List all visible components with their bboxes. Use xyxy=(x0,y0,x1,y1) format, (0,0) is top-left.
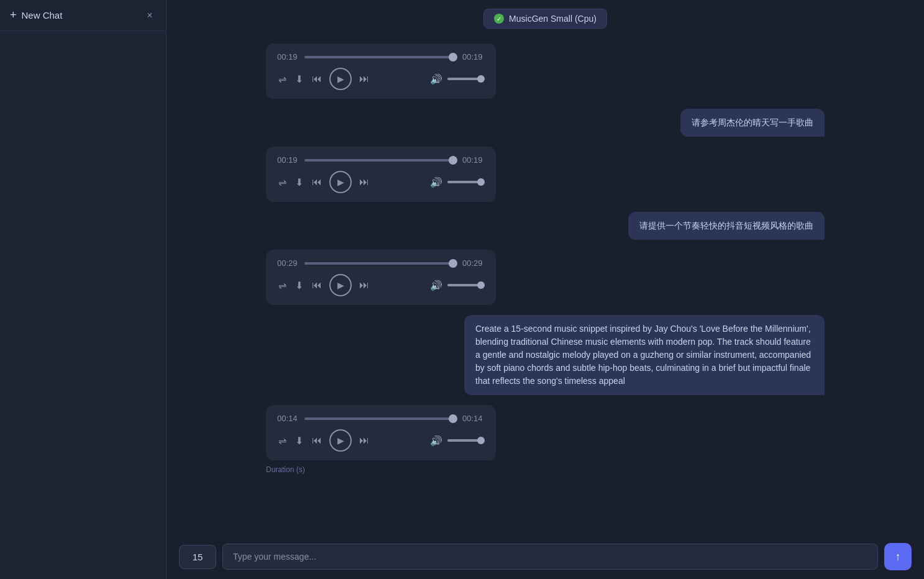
user-message-3: Create a 15-second music snippet inspire… xyxy=(464,315,825,395)
new-chat-text: New Chat xyxy=(22,10,63,21)
timeline-4: 00:14 00:14 xyxy=(277,414,485,423)
end-time-3: 00:29 xyxy=(462,258,485,268)
progress-bar-3[interactable] xyxy=(304,262,457,265)
download-button-3[interactable]: ⬇ xyxy=(294,278,304,293)
forward-button-4[interactable]: ⏭ xyxy=(358,434,370,447)
volume-bar-4[interactable] xyxy=(447,439,485,442)
rewind-button-1[interactable]: ⏮ xyxy=(311,72,323,86)
user-message-text-3: Create a 15-second music snippet inspire… xyxy=(475,324,811,386)
shuffle-button-2[interactable]: ⇌ xyxy=(277,175,288,189)
timeline-1: 00:19 00:19 xyxy=(277,52,485,62)
volume-1: 🔊 xyxy=(429,72,485,86)
volume-icon-2[interactable]: 🔊 xyxy=(429,175,444,189)
model-name: MusicGen Small (Cpu) xyxy=(509,14,597,24)
forward-button-3[interactable]: ⏭ xyxy=(358,278,370,292)
shuffle-button-3[interactable]: ⇌ xyxy=(277,278,288,293)
check-icon: ✓ xyxy=(494,14,504,24)
send-button[interactable]: ↑ xyxy=(884,543,912,570)
sidebar: + New Chat × xyxy=(0,0,167,579)
end-time-2: 00:19 xyxy=(462,155,485,165)
start-time-3: 00:29 xyxy=(277,258,300,268)
audio-player-4: 00:14 00:14 ⇌ ⬇ ⏮ ▶ ⏭ 🔊 xyxy=(266,405,496,460)
progress-bar-1[interactable] xyxy=(304,56,457,58)
forward-button-2[interactable]: ⏭ xyxy=(358,175,370,189)
rewind-button-2[interactable]: ⏮ xyxy=(311,175,323,189)
model-selector[interactable]: ✓ MusicGen Small (Cpu) xyxy=(483,9,607,29)
start-time-2: 00:19 xyxy=(277,155,300,165)
user-message-text-1: 请参考周杰伦的晴天写一手歌曲 xyxy=(692,117,813,127)
close-sidebar-button[interactable]: × xyxy=(144,9,156,22)
user-message-1: 请参考周杰伦的晴天写一手歌曲 xyxy=(680,109,825,137)
progress-bar-4[interactable] xyxy=(304,417,457,420)
play-button-1[interactable]: ▶ xyxy=(329,68,352,90)
end-time-4: 00:14 xyxy=(462,414,485,423)
new-chat-button[interactable]: + New Chat × xyxy=(0,0,166,31)
audio-player-3: 00:29 00:29 ⇌ ⬇ ⏮ ▶ ⏭ 🔊 xyxy=(266,250,496,305)
download-button-2[interactable]: ⬇ xyxy=(294,175,304,189)
rewind-button-4[interactable]: ⏮ xyxy=(311,434,323,447)
new-chat-label: + New Chat xyxy=(10,9,62,22)
volume-3: 🔊 xyxy=(429,278,485,293)
volume-bar-1[interactable] xyxy=(447,78,485,80)
play-button-2[interactable]: ▶ xyxy=(329,171,352,193)
download-button-1[interactable]: ⬇ xyxy=(294,72,304,86)
messages-area: 00:19 00:19 ⇌ ⬇ ⏮ ▶ ⏭ 🔊 xyxy=(167,37,924,537)
download-button-4[interactable]: ⬇ xyxy=(294,434,304,448)
duration-label: Duration (s) xyxy=(266,465,825,475)
volume-icon-1[interactable]: 🔊 xyxy=(429,72,444,86)
play-button-3[interactable]: ▶ xyxy=(329,274,352,296)
start-time-4: 00:14 xyxy=(277,414,300,423)
start-time-1: 00:19 xyxy=(277,52,300,62)
duration-input[interactable]: 15 xyxy=(179,545,216,569)
audio-player-1: 00:19 00:19 ⇌ ⬇ ⏮ ▶ ⏭ 🔊 xyxy=(266,43,496,99)
main-content: ✓ MusicGen Small (Cpu) 00:19 00:19 ⇌ ⬇ ⏮… xyxy=(167,0,924,579)
volume-bar-3[interactable] xyxy=(447,284,485,286)
volume-4: 🔊 xyxy=(429,434,485,448)
end-time-1: 00:19 xyxy=(462,52,485,62)
controls-3: ⇌ ⬇ ⏮ ▶ ⏭ 🔊 xyxy=(277,274,485,296)
send-icon: ↑ xyxy=(895,550,901,563)
controls-4: ⇌ ⬇ ⏮ ▶ ⏭ 🔊 xyxy=(277,429,485,452)
user-message-2: 请提供一个节奏轻快的抖音短视频风格的歌曲 xyxy=(628,212,825,240)
shuffle-button-1[interactable]: ⇌ xyxy=(277,72,288,86)
duration-label-text: Duration (s) xyxy=(266,465,305,474)
input-area: 15 ↑ xyxy=(167,537,924,579)
audio-player-2: 00:19 00:19 ⇌ ⬇ ⏮ ▶ ⏭ 🔊 xyxy=(266,147,496,202)
timeline-3: 00:29 00:29 xyxy=(277,258,485,268)
play-button-4[interactable]: ▶ xyxy=(329,429,352,452)
forward-button-1[interactable]: ⏭ xyxy=(358,72,370,86)
controls-1: ⇌ ⬇ ⏮ ▶ ⏭ 🔊 xyxy=(277,68,485,90)
controls-2: ⇌ ⬇ ⏮ ▶ ⏭ 🔊 xyxy=(277,171,485,193)
shuffle-button-4[interactable]: ⇌ xyxy=(277,434,288,448)
chat-header: ✓ MusicGen Small (Cpu) xyxy=(167,0,924,37)
progress-bar-2[interactable] xyxy=(304,159,457,162)
message-input[interactable] xyxy=(222,544,878,570)
rewind-button-3[interactable]: ⏮ xyxy=(311,278,323,292)
volume-icon-3[interactable]: 🔊 xyxy=(429,278,444,293)
user-message-text-2: 请提供一个节奏轻快的抖音短视频风格的歌曲 xyxy=(639,221,813,230)
volume-icon-4[interactable]: 🔊 xyxy=(429,434,444,448)
volume-2: 🔊 xyxy=(429,175,485,189)
plus-icon: + xyxy=(10,9,17,22)
timeline-2: 00:19 00:19 xyxy=(277,155,485,165)
volume-bar-2[interactable] xyxy=(447,181,485,183)
